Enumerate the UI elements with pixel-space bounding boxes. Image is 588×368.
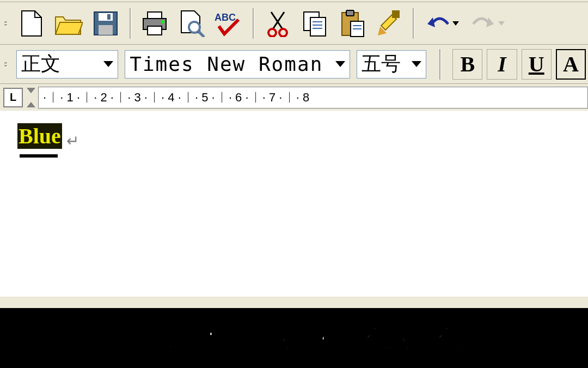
svg-point-13 bbox=[268, 29, 276, 37]
undo-button[interactable] bbox=[420, 6, 464, 41]
svg-point-7 bbox=[161, 20, 164, 23]
svg-line-12 bbox=[273, 12, 284, 28]
svg-rect-4 bbox=[148, 12, 162, 19]
style-selector[interactable]: 正文 bbox=[16, 50, 118, 79]
dropdown-icon bbox=[335, 61, 345, 67]
svg-line-11 bbox=[271, 12, 282, 28]
document-area[interactable]: Blue ↵ bbox=[0, 111, 588, 297]
svg-point-14 bbox=[279, 29, 287, 37]
svg-rect-25 bbox=[392, 10, 400, 18]
underline-button[interactable]: U bbox=[522, 49, 552, 80]
indent-markers[interactable] bbox=[25, 87, 37, 108]
paragraph-mark-icon: ↵ bbox=[66, 132, 79, 149]
print-button[interactable] bbox=[137, 6, 172, 41]
font-value: Times New Roman bbox=[130, 53, 323, 75]
undo-dropdown-icon[interactable] bbox=[452, 21, 459, 26]
font-box-button[interactable]: A bbox=[556, 49, 586, 80]
horizontal-ruler[interactable]: · ᛁ · 1 · ᛁ · 2 · ᛁ · 3 · ᛁ · 4 · ᛁ · 5 … bbox=[38, 87, 588, 108]
formatting-toolbar: 正文 Times New Roman 五号 B I U A bbox=[0, 45, 588, 84]
video-caption: 并把字体设置为加粗颜色为蓝色 bbox=[126, 323, 462, 353]
selected-text[interactable]: Blue bbox=[17, 123, 62, 149]
tab-alignment-button[interactable]: L bbox=[3, 88, 23, 107]
separator bbox=[253, 8, 254, 39]
separator bbox=[439, 49, 440, 80]
svg-rect-6 bbox=[148, 26, 162, 35]
svg-text:ABC: ABC bbox=[215, 12, 236, 23]
paste-button[interactable] bbox=[334, 6, 369, 41]
italic-button[interactable]: I bbox=[487, 49, 517, 80]
caption-area: 并把字体设置为加粗颜色为蓝色 bbox=[0, 308, 588, 368]
toolbar-grip[interactable] bbox=[4, 48, 10, 81]
print-preview-button[interactable] bbox=[174, 6, 209, 41]
font-selector[interactable]: Times New Roman bbox=[125, 50, 350, 79]
separator bbox=[413, 8, 414, 39]
open-button[interactable] bbox=[51, 6, 86, 41]
copy-button[interactable] bbox=[297, 6, 332, 41]
svg-rect-21 bbox=[346, 10, 354, 16]
cut-button[interactable] bbox=[260, 6, 295, 41]
toolbar-grip[interactable] bbox=[4, 7, 10, 40]
new-document-button[interactable] bbox=[14, 6, 49, 41]
format-painter-button[interactable] bbox=[371, 6, 406, 41]
standard-toolbar: ABC bbox=[0, 2, 588, 45]
separator bbox=[130, 8, 131, 39]
svg-rect-3 bbox=[107, 14, 111, 20]
svg-rect-16 bbox=[310, 17, 326, 36]
redo-dropdown-icon bbox=[498, 21, 505, 26]
dropdown-icon bbox=[412, 61, 421, 67]
redo-button[interactable] bbox=[466, 6, 510, 41]
spellcheck-button[interactable]: ABC bbox=[211, 6, 246, 41]
dropdown-icon bbox=[103, 61, 113, 67]
svg-line-9 bbox=[199, 32, 204, 37]
size-value: 五号 bbox=[362, 51, 401, 77]
save-button[interactable] bbox=[88, 6, 123, 41]
font-size-selector[interactable]: 五号 bbox=[357, 50, 426, 79]
svg-rect-2 bbox=[99, 25, 113, 35]
svg-rect-1 bbox=[99, 13, 113, 21]
cursor-underline bbox=[20, 154, 58, 158]
bold-button[interactable]: B bbox=[452, 49, 482, 80]
ruler-scale: · ᛁ · 1 · ᛁ · 2 · ᛁ · 3 · ᛁ · 4 · ᛁ · 5 … bbox=[43, 91, 309, 105]
ruler-area: L · ᛁ · 1 · ᛁ · 2 · ᛁ · 3 · ᛁ · 4 · ᛁ · … bbox=[0, 84, 588, 111]
style-value: 正文 bbox=[21, 51, 60, 77]
